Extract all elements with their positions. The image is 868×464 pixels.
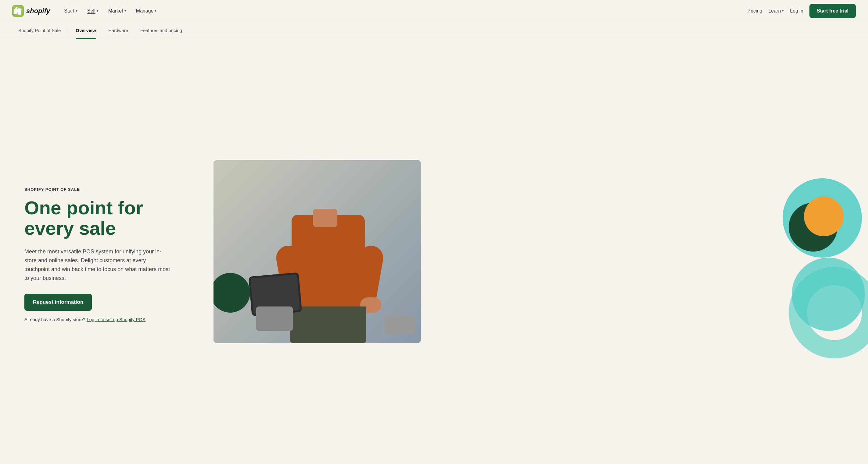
shopify-bag-icon xyxy=(12,5,24,17)
person-neck xyxy=(313,209,337,227)
nav-right-area: Pricing Learn ▾ Log in Start free trial xyxy=(747,4,856,18)
hero-title-line2: every sale xyxy=(24,218,116,239)
pos-device xyxy=(244,279,305,331)
decorative-orange-circle xyxy=(804,197,844,236)
chevron-down-icon: ▾ xyxy=(124,9,126,13)
hero-image-area xyxy=(214,160,856,349)
chevron-down-icon: ▾ xyxy=(75,9,78,13)
hero-section: SHOPIFY POINT OF SALE One point for ever… xyxy=(0,39,868,464)
hero-login-prompt: Already have a Shopify store? Log in to … xyxy=(24,317,201,322)
nav-item-start[interactable]: Start ▾ xyxy=(60,6,82,16)
hero-title-line1: One point for xyxy=(24,197,143,218)
top-navigation: shopify Start ▾ Sell ▾ Market ▾ Manage ▾… xyxy=(0,0,868,22)
hero-eyebrow: SHOPIFY POINT OF SALE xyxy=(24,187,201,192)
nav-pricing-link[interactable]: Pricing xyxy=(747,8,763,14)
nav-item-market[interactable]: Market ▾ xyxy=(104,6,130,16)
hero-description: Meet the most versatile POS system for u… xyxy=(24,247,171,282)
hero-content: SHOPIFY POINT OF SALE One point for ever… xyxy=(24,187,201,322)
nav-login-link[interactable]: Log in xyxy=(790,8,803,14)
chevron-down-icon: ▾ xyxy=(155,9,156,13)
main-nav-items: Start ▾ Sell ▾ Market ▾ Manage ▾ xyxy=(60,6,747,16)
card-reader xyxy=(384,316,415,334)
secondary-navigation: Shopify Point of Sale Overview Hardware … xyxy=(0,22,868,39)
hero-photo xyxy=(214,160,421,343)
nav-divider xyxy=(67,27,67,34)
chevron-down-icon: ▾ xyxy=(782,9,784,13)
nav-learn-link[interactable]: Learn ▾ xyxy=(768,8,784,14)
secondary-nav-overview[interactable]: Overview xyxy=(69,22,102,39)
secondary-nav-hardware[interactable]: Hardware xyxy=(102,22,134,39)
start-free-trial-button[interactable]: Start free trial xyxy=(809,4,856,18)
chevron-down-icon: ▾ xyxy=(97,9,98,13)
svg-rect-1 xyxy=(17,10,19,13)
shopify-logo[interactable]: shopify xyxy=(12,5,50,17)
secondary-nav-parent[interactable]: Shopify Point of Sale xyxy=(12,22,67,39)
secondary-nav-features-pricing[interactable]: Features and pricing xyxy=(134,22,188,39)
nav-item-manage[interactable]: Manage ▾ xyxy=(132,6,161,16)
pos-stand xyxy=(256,307,293,331)
request-information-button[interactable]: Request information xyxy=(24,294,92,311)
hero-title: One point for every sale xyxy=(24,198,201,239)
logo-wordmark: shopify xyxy=(26,7,50,15)
nav-item-sell[interactable]: Sell ▾ xyxy=(83,6,103,16)
hero-login-link[interactable]: Log in to set up Shopify POS xyxy=(87,317,146,322)
hero-login-prefix: Already have a Shopify store? xyxy=(24,317,85,322)
